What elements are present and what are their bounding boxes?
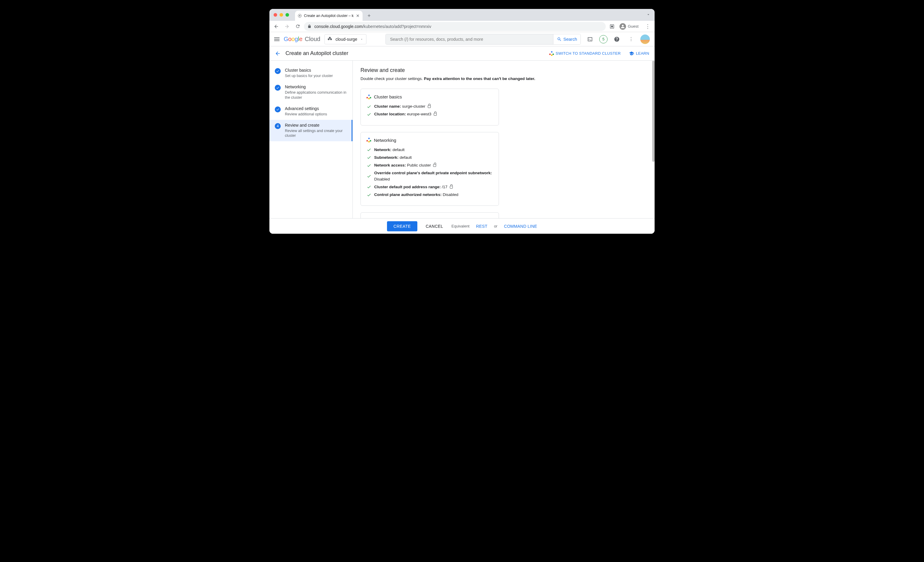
rest-link[interactable]: REST [476,224,487,229]
step-desc: Review all settings and create your clus… [285,129,348,139]
install-app-icon[interactable] [608,22,616,31]
cluster-icon [367,95,371,99]
tab-overflow-icon[interactable] [646,12,650,16]
step-badge-icon: 4 [275,123,281,129]
project-picker[interactable]: cloud-surge [324,34,366,44]
review-row: Network: default [367,147,493,153]
browser-tab[interactable]: Create an Autopilot cluster – k ✕ [295,11,363,21]
gcp-search: Search [386,34,581,45]
step-title: Advanced settings [285,106,327,111]
wizard-step-4[interactable]: 4Review and createReview all settings an… [269,120,352,142]
browser-window: Create an Autopilot cluster – k ✕ + [269,9,655,234]
review-row: Override control plane's default private… [367,170,493,182]
gcp-logo[interactable]: Google Cloud [284,36,320,42]
wizard-step-3[interactable]: Advanced settingsReview additional optio… [269,103,352,120]
search-button[interactable]: Search [553,34,580,44]
free-trial-badge[interactable]: 5 [599,35,608,43]
search-icon [557,37,562,42]
check-icon [367,105,371,109]
step-badge-icon [275,68,281,74]
cluster-icon [549,51,554,55]
help-icon[interactable] [612,34,622,44]
content-heading: Review and create [360,67,647,73]
tab-favicon-icon [298,14,302,18]
learn-icon [629,51,634,56]
check-icon [367,155,371,160]
row-label: Override control plane's default private… [374,171,492,175]
forward-icon [282,22,291,31]
cloud-shell-icon[interactable] [585,34,595,44]
step-badge-icon [275,106,281,112]
reload-icon[interactable] [293,22,302,31]
browser-toolbar: console.cloud.google.com/kubernetes/auto… [269,21,655,32]
row-value: Disabled [374,177,390,181]
check-icon [367,174,371,178]
scrollbar[interactable] [652,61,655,162]
guest-avatar-icon [620,23,626,30]
browser-menu-icon[interactable]: ⋮ [643,23,652,30]
wizard-step-2[interactable]: NetworkingDefine applications communicat… [269,81,352,103]
row-label: Subnetwork: [374,155,399,160]
check-icon [367,185,371,189]
or-label: or [494,224,497,229]
check-icon [367,112,371,117]
tab-strip: Create an Autopilot cluster – k ✕ + [269,9,655,21]
row-value: default [393,148,405,152]
wizard-step-1[interactable]: Cluster basicsSet up basics for your clu… [269,65,352,81]
lock-icon [433,164,436,167]
review-row: Cluster location: europe-west3 [367,111,493,117]
switch-to-standard-link[interactable]: SWITCH TO STANDARD CLUSTER [549,51,621,56]
review-card: Cluster basicsCluster name: surge-cluste… [360,89,499,126]
settings-menu-icon[interactable]: ⋮ [626,34,636,44]
lock-icon [450,186,453,188]
review-row: Network access: Public cluster [367,162,493,168]
review-row: Subnetwork: default [367,155,493,161]
command-line-link[interactable]: COMMAND LINE [504,224,537,229]
lock-icon [428,105,431,108]
close-tab-icon[interactable]: ✕ [356,14,360,18]
profile-button[interactable]: Guest [618,22,642,31]
back-icon[interactable] [272,22,281,31]
row-value: Disabled [442,192,458,197]
row-label: Cluster default pod address range: [374,185,441,189]
project-icon [328,37,333,42]
row-value: Public cluster [407,163,431,167]
nav-menu-icon[interactable] [274,37,279,42]
dropdown-icon [360,38,363,41]
page-actionbar: Create an Autopilot cluster SWITCH TO ST… [269,46,655,61]
window-controls[interactable] [274,13,289,16]
create-button[interactable]: CREATE [387,221,417,231]
tab-title: Create an Autopilot cluster – k [304,14,354,18]
step-desc: Define applications communication in the… [285,90,348,100]
step-title: Cluster basics [285,68,333,73]
card-title: Networking [367,138,493,143]
row-value: default [400,155,412,160]
fullscreen-window-icon[interactable] [285,13,289,16]
review-row: Control plane authorized networks: Disab… [367,192,493,198]
row-label: Cluster location: [374,112,406,116]
check-icon [367,163,371,168]
google-logo-text: Google [284,36,303,42]
cancel-button[interactable]: CANCEL [424,224,445,229]
footer-actionbar: CREATE CANCEL Equivalent REST or COMMAND… [269,218,655,234]
close-window-icon[interactable] [274,13,277,16]
row-label: Cluster name: [374,104,401,109]
row-label: Network: [374,148,392,152]
cloud-logo-text: Cloud [305,36,320,42]
back-arrow-icon[interactable] [275,51,281,57]
row-label: Control plane authorized networks: [374,192,442,197]
step-badge-icon [275,85,281,91]
search-input[interactable] [386,34,553,44]
wizard-sidebar: Cluster basicsSet up basics for your clu… [269,61,353,234]
step-desc: Set up basics for your cluster [285,73,333,79]
address-bar[interactable]: console.cloud.google.com/kubernetes/auto… [304,22,606,31]
check-icon [367,193,371,197]
minimize-window-icon[interactable] [279,13,283,16]
review-row: Cluster name: surge-cluster [367,103,493,109]
user-avatar[interactable] [640,34,650,44]
learn-link[interactable]: LEARN [629,51,649,56]
search-button-label: Search [564,37,577,42]
new-tab-button[interactable]: + [365,12,373,20]
cluster-icon [367,138,371,142]
row-value: /17 [442,185,447,189]
